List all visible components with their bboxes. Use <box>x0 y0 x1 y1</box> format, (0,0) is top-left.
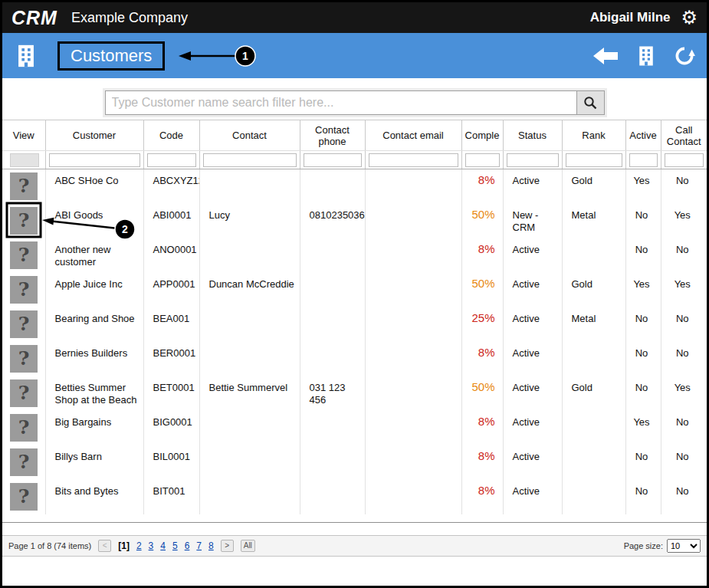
back-arrow-icon <box>592 46 619 66</box>
cell-complete: 50% <box>461 273 503 307</box>
cell-call-contact: No <box>661 307 707 342</box>
filter-input-customer[interactable] <box>49 153 140 167</box>
page-link-3[interactable]: 3 <box>149 540 154 551</box>
active-value: No <box>635 382 648 393</box>
cell-complete: 8% <box>461 411 503 445</box>
cell-complete: 8% <box>461 238 503 273</box>
page-link-7[interactable]: 7 <box>196 540 202 551</box>
cell-contact-email <box>365 480 461 514</box>
contact-name: Duncan McCreddie <box>209 278 294 290</box>
column-header-code[interactable]: Code <box>143 120 199 151</box>
pager: Page 1 of 8 (74 items) < [1] 2 3 4 5 6 7… <box>2 535 707 557</box>
filter-input-status[interactable] <box>507 153 559 167</box>
cell-contact-phone <box>300 169 365 204</box>
view-record-button[interactable]: ? <box>10 172 38 200</box>
cell-status: Active <box>503 342 562 376</box>
search-icon <box>583 95 598 110</box>
prev-page-button[interactable]: < <box>98 540 111 552</box>
header-row: View Customer Code Contact Contact phone… <box>2 120 707 151</box>
filter-input-complete[interactable] <box>465 153 500 167</box>
view-record-button[interactable]: ? <box>10 379 38 407</box>
cell-rank: Metal <box>562 307 625 342</box>
cell-contact-phone <box>300 307 365 342</box>
customer-search-input[interactable] <box>105 90 577 115</box>
filter-input-contact-email[interactable] <box>369 153 458 167</box>
column-header-customer[interactable]: Customer <box>45 120 143 151</box>
cell-code: BIT001 <box>143 480 199 514</box>
page-link-6[interactable]: 6 <box>185 540 190 551</box>
filter-input-active[interactable] <box>629 153 658 167</box>
question-icon: ? <box>18 387 30 399</box>
column-header-rank[interactable]: Rank <box>562 120 625 151</box>
contact-phone: 031 123 456 <box>310 382 346 406</box>
cell-complete: 8% <box>461 342 503 376</box>
contact-name: Lucy <box>209 209 230 221</box>
customer-code: ABI0001 <box>153 209 192 221</box>
column-header-complete[interactable]: Comple <box>461 120 503 151</box>
filter-input-rank[interactable] <box>566 153 622 167</box>
view-record-button[interactable]: ? <box>10 345 38 373</box>
column-header-active[interactable]: Active <box>625 120 661 151</box>
next-page-button[interactable]: > <box>221 540 234 552</box>
cell-contact-phone <box>300 480 365 514</box>
customers-module-icon[interactable] <box>13 43 39 69</box>
completeness-value: 50% <box>471 208 494 221</box>
search-group <box>103 88 607 117</box>
page-size-select[interactable]: 10 <box>667 539 701 553</box>
cell-contact-email <box>365 411 461 445</box>
page-size-group: Page size: 10 <box>624 539 701 553</box>
active-value: No <box>635 209 648 221</box>
view-record-button[interactable]: ? <box>10 241 38 269</box>
current-page-indicator: [1] <box>118 540 130 551</box>
view-record-button[interactable]: ? <box>10 414 38 442</box>
current-user-name: Abigail Milne <box>590 10 671 25</box>
completeness-value: 8% <box>478 484 495 497</box>
table-row: ? ABI Goods ABI0001 Lucy 0810235036 50% … <box>2 204 707 238</box>
column-header-status[interactable]: Status <box>503 120 562 151</box>
page-link-5[interactable]: 5 <box>172 540 178 551</box>
cell-rank <box>562 238 625 273</box>
column-header-contact[interactable]: Contact <box>199 120 300 151</box>
refresh-button[interactable] <box>673 44 696 67</box>
cell-contact-phone: 0810235036 <box>300 204 365 238</box>
cell-contact: Bettie Summervel <box>199 376 300 411</box>
page-link-2[interactable]: 2 <box>136 540 142 551</box>
customer-code: ABCXYZ12 <box>153 175 200 186</box>
completeness-value: 50% <box>471 380 494 393</box>
cell-call-contact: No <box>661 238 707 273</box>
cell-status: Active <box>503 480 562 514</box>
cell-call-contact: No <box>661 342 707 376</box>
filter-input-code[interactable] <box>147 153 196 167</box>
column-header-view[interactable]: View <box>2 120 45 151</box>
view-record-button[interactable]: ? <box>10 448 38 476</box>
column-header-call-contact[interactable]: Call Contact <box>661 120 707 151</box>
cell-view: ? <box>2 169 45 204</box>
cell-view: ? <box>2 480 45 514</box>
column-header-contact-email[interactable]: Contact email <box>365 120 461 151</box>
company-list-button[interactable] <box>635 44 658 67</box>
cell-rank: Gold <box>562 376 625 411</box>
view-record-button[interactable]: ? <box>10 207 38 235</box>
view-record-button[interactable]: ? <box>10 310 38 338</box>
top-bar: CRM Example Company Abigail Milne ⚙ <box>2 2 707 33</box>
cell-contact <box>199 411 300 445</box>
table-body: ? ABC SHoe Co ABCXYZ12 8% Active Gold Ye… <box>2 169 707 514</box>
view-record-button[interactable]: ? <box>10 276 38 304</box>
view-record-button[interactable]: ? <box>10 483 38 511</box>
question-icon: ? <box>18 249 30 261</box>
all-pages-button[interactable]: All <box>241 540 255 552</box>
cell-customer: Apple Juice Inc <box>45 273 143 307</box>
page-link-8[interactable]: 8 <box>208 540 214 551</box>
page-title-box: Customers <box>57 41 165 71</box>
page-link-4[interactable]: 4 <box>160 540 166 551</box>
back-button[interactable] <box>592 46 619 66</box>
filter-input-contact-phone[interactable] <box>304 153 362 167</box>
question-icon: ? <box>18 456 30 468</box>
filter-input-call-contact[interactable] <box>665 153 704 167</box>
column-header-contact-phone[interactable]: Contact phone <box>300 120 365 151</box>
settings-gear-icon[interactable]: ⚙ <box>681 8 698 27</box>
search-button[interactable] <box>577 90 605 115</box>
filter-input-contact[interactable] <box>203 153 297 167</box>
cell-active: No <box>625 342 661 376</box>
status-value: Active <box>513 451 540 462</box>
